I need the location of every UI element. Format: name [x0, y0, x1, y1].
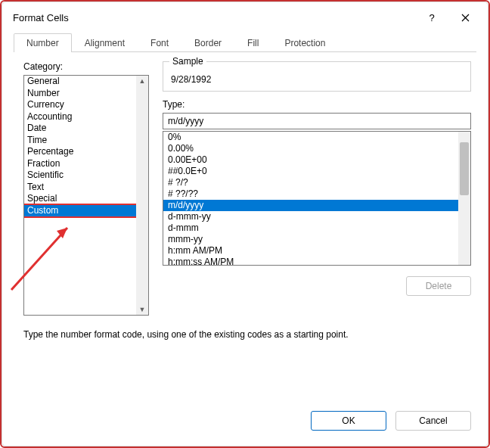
- scroll-down-icon: ▼: [139, 304, 146, 315]
- type-item[interactable]: mmm-yy: [163, 234, 458, 245]
- category-item[interactable]: Fraction: [24, 158, 136, 170]
- tab-number[interactable]: Number: [14, 33, 72, 52]
- category-listbox[interactable]: General Number Currency Accounting Date …: [23, 75, 149, 316]
- hint-text: Type the number format code, using one o…: [23, 329, 467, 340]
- category-label: Category:: [23, 61, 149, 72]
- type-label: Type:: [163, 99, 471, 110]
- type-listbox[interactable]: 0% 0.00% 0.00E+00 ##0.0E+0 # ?/? # ??/??…: [163, 131, 471, 266]
- tab-bar: Number Alignment Font Border Fill Protec…: [14, 33, 476, 52]
- help-icon: ?: [429, 12, 434, 23]
- close-icon: [461, 14, 470, 22]
- listbox-scrollbar[interactable]: ▲ ▼: [136, 76, 148, 315]
- type-scrollbar[interactable]: [458, 132, 470, 265]
- window-title: Format Cells: [13, 12, 415, 23]
- tab-border[interactable]: Border: [181, 33, 234, 52]
- type-item[interactable]: d-mmm-yy: [163, 211, 458, 222]
- category-item[interactable]: Text: [24, 182, 136, 194]
- category-item[interactable]: Accounting: [24, 111, 136, 123]
- dialog-window: Format Cells ? Number Alignment Font Bor…: [2, 2, 488, 446]
- category-item[interactable]: Currency: [24, 99, 136, 111]
- type-item[interactable]: h:mm:ss AM/PM: [163, 257, 458, 266]
- type-input[interactable]: [163, 113, 471, 129]
- ok-button[interactable]: OK: [311, 411, 386, 431]
- category-item[interactable]: Special: [24, 193, 136, 205]
- left-column: Category: General Number Currency Accoun…: [23, 61, 149, 316]
- category-item[interactable]: General: [24, 76, 136, 88]
- tab-font[interactable]: Font: [138, 33, 181, 52]
- help-button[interactable]: ?: [415, 6, 448, 29]
- scrollbar-thumb[interactable]: [460, 142, 469, 195]
- tab-alignment[interactable]: Alignment: [72, 33, 138, 52]
- category-item[interactable]: Date: [24, 123, 136, 135]
- type-item[interactable]: # ??/??: [163, 188, 458, 200]
- sample-group: Sample 9/28/1992: [163, 61, 471, 92]
- type-item[interactable]: # ?/?: [163, 177, 458, 188]
- tab-fill[interactable]: Fill: [234, 33, 271, 52]
- category-item[interactable]: Time: [24, 135, 136, 147]
- type-item-selected[interactable]: m/d/yyyy: [163, 200, 458, 211]
- type-item[interactable]: h:mm AM/PM: [163, 245, 458, 257]
- tab-protection[interactable]: Protection: [271, 33, 338, 52]
- close-button[interactable]: [448, 6, 482, 29]
- type-item[interactable]: d-mmm: [163, 222, 458, 234]
- cancel-button[interactable]: Cancel: [395, 411, 471, 431]
- category-item[interactable]: Number: [24, 88, 136, 100]
- sample-legend: Sample: [169, 56, 206, 67]
- category-item[interactable]: Scientific: [24, 170, 136, 182]
- sample-value: 9/28/1992: [171, 74, 463, 85]
- titlebar: Format Cells ?: [2, 2, 488, 33]
- type-item[interactable]: 0.00%: [163, 143, 458, 154]
- right-column: Sample 9/28/1992 Type: 0% 0.00% 0.00E+00…: [163, 61, 471, 316]
- scroll-up-icon: ▲: [139, 76, 146, 86]
- category-item[interactable]: Percentage: [24, 146, 136, 158]
- dialog-footer: OK Cancel: [311, 411, 471, 431]
- delete-button[interactable]: Delete: [406, 276, 471, 296]
- type-item[interactable]: ##0.0E+0: [163, 166, 458, 177]
- content-area: Category: General Number Currency Accoun…: [2, 52, 488, 316]
- category-item-custom[interactable]: Custom: [24, 205, 136, 217]
- type-item[interactable]: 0%: [163, 132, 458, 143]
- type-item[interactable]: 0.00E+00: [163, 154, 458, 166]
